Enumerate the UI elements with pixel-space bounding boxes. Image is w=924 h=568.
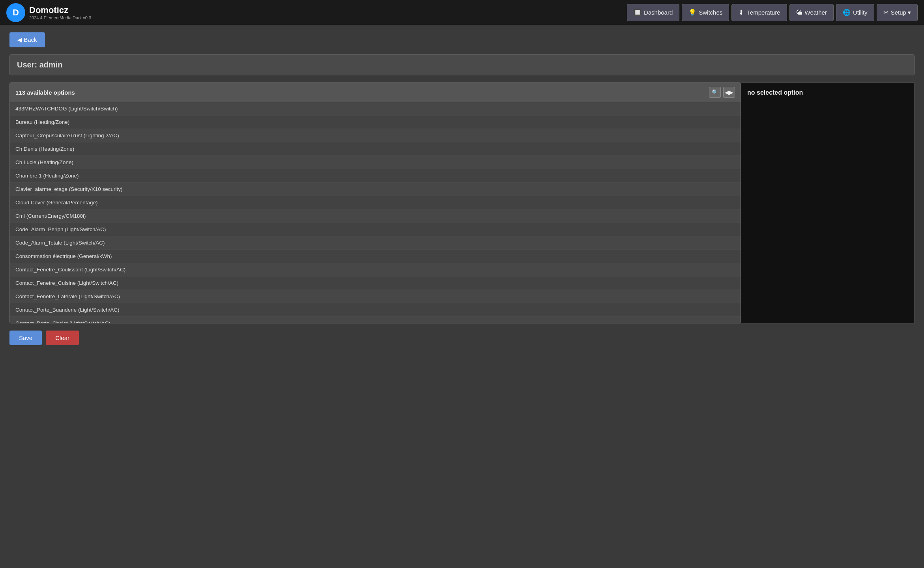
- list-item[interactable]: Code_Alarm_Totale (Light/Switch/AC): [10, 236, 741, 250]
- clear-button[interactable]: Clear: [46, 331, 79, 345]
- nav-switches-label: Switches: [699, 9, 722, 16]
- list-item[interactable]: Consommation électrique (General/kWh): [10, 250, 741, 263]
- app-subtitle: 2024.4 ElementMedia Dark v0.3: [29, 15, 91, 20]
- list-item[interactable]: Cmi (Current/Energy/CM180i): [10, 209, 741, 223]
- expand-icon: ◀▶: [725, 89, 733, 95]
- options-list-panel: 113 available options 🔍 ◀▶ 433MHZWATCHDO…: [9, 82, 741, 323]
- search-icon: 🔍: [712, 89, 718, 95]
- weather-icon: 🌥: [796, 9, 802, 16]
- app-header: D Domoticz 2024.4 ElementMedia Dark v0.3…: [0, 0, 924, 25]
- list-item[interactable]: Contact_Porte_Buanderie (Light/Switch/AC…: [10, 303, 741, 317]
- options-list-scroll[interactable]: 433MHZWATCHDOG (Light/Switch/Switch)Bure…: [10, 102, 741, 323]
- nav-dashboard-label: Dashboard: [644, 9, 673, 16]
- dashboard-icon: 🔲: [634, 9, 642, 16]
- list-header-title: 113 available options: [15, 89, 706, 96]
- nav-setup-label: Setup ▾: [891, 9, 911, 16]
- list-header: 113 available options 🔍 ◀▶: [10, 83, 741, 102]
- list-item[interactable]: Ch Denis (Heating/Zone): [10, 142, 741, 156]
- expand-icon-btn[interactable]: ◀▶: [723, 87, 735, 98]
- nav-dashboard[interactable]: 🔲 Dashboard: [627, 4, 679, 21]
- search-icon-btn[interactable]: 🔍: [709, 87, 721, 98]
- list-item[interactable]: Bureau (Heating/Zone): [10, 116, 741, 129]
- back-section: ◀ Back: [0, 25, 924, 54]
- list-item[interactable]: Contact_Fenetre_Coulissant (Light/Switch…: [10, 263, 741, 277]
- main-content: 113 available options 🔍 ◀▶ 433MHZWATCHDO…: [9, 82, 915, 323]
- nav-utility-label: Utility: [853, 9, 868, 16]
- no-selection-text: no selected option: [747, 89, 803, 96]
- list-item[interactable]: Clavier_alarme_etage (Security/X10 secur…: [10, 183, 741, 196]
- list-header-icons: 🔍 ◀▶: [709, 87, 735, 98]
- logo-text: Domoticz 2024.4 ElementMedia Dark v0.3: [29, 5, 91, 20]
- list-item[interactable]: Ch Lucie (Heating/Zone): [10, 156, 741, 169]
- utility-icon: 🌐: [843, 9, 851, 16]
- list-item[interactable]: Cloud Cover (General/Percentage): [10, 196, 741, 209]
- app-title: Domoticz: [29, 5, 91, 15]
- logo-area: D Domoticz 2024.4 ElementMedia Dark v0.3: [6, 3, 627, 22]
- main-nav: 🔲 Dashboard 💡 Switches 🌡 Temperature 🌥 W…: [627, 4, 918, 21]
- save-button[interactable]: Save: [9, 331, 42, 345]
- list-item[interactable]: Contact_Fenetre_Laterale (Light/Switch/A…: [10, 290, 741, 303]
- nav-temperature-label: Temperature: [747, 9, 780, 16]
- switches-icon: 💡: [688, 9, 696, 16]
- nav-temperature[interactable]: 🌡 Temperature: [731, 4, 787, 21]
- back-button[interactable]: ◀ Back: [9, 32, 45, 47]
- nav-utility[interactable]: 🌐 Utility: [836, 4, 874, 21]
- setup-icon: ✂: [883, 9, 888, 16]
- bottom-buttons: Save Clear: [9, 331, 915, 345]
- user-header: User: admin: [9, 54, 915, 75]
- list-item[interactable]: Capteur_CrepusculaireTrust (Lighting 2/A…: [10, 129, 741, 142]
- nav-switches[interactable]: 💡 Switches: [682, 4, 729, 21]
- detail-panel: no selected option: [741, 82, 915, 323]
- list-item[interactable]: Code_Alarm_Periph (Light/Switch/AC): [10, 223, 741, 236]
- nav-weather[interactable]: 🌥 Weather: [789, 4, 834, 21]
- list-item[interactable]: Contact_Porte_Chalet (Light/Switch/AC): [10, 317, 741, 323]
- list-item[interactable]: 433MHZWATCHDOG (Light/Switch/Switch): [10, 102, 741, 116]
- list-item[interactable]: Contact_Fenetre_Cuisine (Light/Switch/AC…: [10, 277, 741, 290]
- logo-icon: D: [6, 3, 25, 22]
- nav-weather-label: Weather: [805, 9, 827, 16]
- temperature-icon: 🌡: [738, 9, 744, 16]
- list-item[interactable]: Chambre 1 (Heating/Zone): [10, 169, 741, 183]
- nav-setup[interactable]: ✂ Setup ▾: [877, 4, 918, 21]
